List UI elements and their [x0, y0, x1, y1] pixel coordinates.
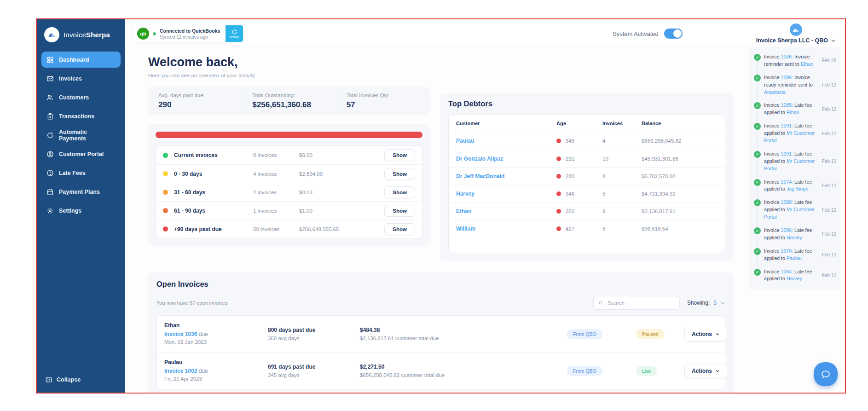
debtor-customer-link[interactable]: Harvey	[456, 191, 556, 197]
page-subtitle: Here you can see an overview of your act…	[148, 73, 734, 78]
show-button[interactable]: Show	[384, 168, 415, 180]
system-activated-toggle[interactable]	[664, 29, 683, 39]
invoice-number-link[interactable]: Invoice 1036	[164, 331, 197, 337]
actions-button[interactable]: Actions	[684, 364, 727, 378]
aging-row: 61 - 90 days 1 invoices $1.00 Show	[156, 201, 422, 220]
activity-feed-column: ✓ Invoice 1036: Invoice reminder sent to…	[744, 44, 845, 393]
stat-value: 57	[347, 100, 420, 110]
sidebar-item-late-fees[interactable]: Late Fees	[41, 165, 121, 181]
aging-invoice-count: 4 invoices	[253, 171, 299, 177]
show-button[interactable]: Show	[384, 149, 415, 161]
customer-total-due: $2,136,817.61 customer total due	[360, 336, 567, 341]
sidebar-item-settings[interactable]: Settings	[41, 203, 121, 219]
feed-invoice-number-link[interactable]: 1064:	[781, 269, 793, 274]
stat-label: Avg. days past due:	[158, 93, 231, 98]
feed-customer-link[interactable]: Harvey	[787, 235, 802, 240]
aging-summary-card: Current invoices 0 invoices $0.00 Show 0…	[148, 124, 430, 246]
feed-customer-link[interactable]: Jag Singh	[787, 186, 808, 191]
sidebar-collapse-button[interactable]: Collapse	[37, 369, 125, 393]
stats-bar: Avg. days past due: 290 Total Outstandin…	[148, 87, 430, 115]
feed-invoice-number-link[interactable]: 1088:	[781, 199, 793, 205]
actions-button[interactable]: Actions	[684, 327, 727, 342]
feed-customer-link[interactable]: Ethan	[801, 61, 814, 67]
aging-bucket-label: +90 days past due	[174, 226, 253, 232]
feed-invoice-number-link[interactable]: 1070:	[781, 248, 793, 254]
check-circle-icon: ✓	[754, 54, 761, 61]
sidebar-item-label: Payment Plans	[59, 189, 100, 195]
feed-customer-link[interactable]: Ethan	[787, 110, 799, 115]
sidebar-item-label: Late Fees	[59, 170, 86, 176]
chat-bubble-icon	[820, 369, 831, 380]
age-dot-icon	[556, 156, 561, 161]
list-item: ✓ Invoice 1036: Invoice reminder sent to…	[754, 53, 836, 68]
showing-select[interactable]	[720, 301, 725, 306]
debtor-invoice-count: 5	[602, 191, 642, 197]
customer-portal-icon	[46, 151, 54, 158]
feed-date: Feb 12	[822, 107, 836, 112]
invoice-customer-cell: Paulau Invoice 1002 due Fri, 21 Apr 2023	[164, 358, 268, 383]
check-circle-icon: ✓	[754, 269, 761, 276]
feed-invoice-number-link[interactable]: 1074:	[781, 179, 793, 185]
sidebar-item-customers[interactable]: Customers	[41, 89, 121, 105]
invoice-number-link[interactable]: Invoice 1002	[164, 368, 197, 374]
sidebar-item-payment-plans[interactable]: Payment Plans	[41, 184, 121, 200]
account-selector[interactable]: Invoice Sherpa LLC - QBO	[756, 23, 836, 44]
list-item: ✓ Invoice 1096: Invoice ready reminder s…	[754, 74, 836, 96]
age-dot-icon	[556, 174, 561, 179]
aging-row: 31 - 60 days 2 invoices $0.03 Show	[156, 183, 422, 201]
sidebar-item-label: Customers	[59, 94, 89, 101]
open-invoices-subtitle: You now have 57 open invoices	[156, 300, 593, 306]
feed-customer-link[interactable]: Harvey	[787, 276, 802, 281]
sidebar-item-invoices[interactable]: Invoices	[41, 70, 121, 87]
invoice-amount: $2,271.50	[360, 364, 567, 370]
check-circle-icon: ✓	[754, 199, 761, 206]
feed-invoice-number-link[interactable]: 1086:	[781, 227, 793, 233]
brand-name: InvoiceSherpa	[64, 31, 110, 39]
table-row: Paulau 345 4 $656,258,045.82	[449, 132, 725, 150]
debtor-customer-link[interactable]: Dr Gonzalo Alipaz	[456, 156, 556, 162]
feed-invoice-number-link[interactable]: 1036:	[781, 54, 793, 59]
feed-invoice-number-link[interactable]: 1096:	[781, 75, 793, 80]
feed-text: Invoice 1096: Invoice ready reminder sen…	[764, 74, 819, 96]
show-button[interactable]: Show	[384, 205, 415, 217]
due-word: due	[199, 331, 208, 337]
sync-button[interactable]: SYNC	[226, 25, 243, 42]
aging-status-dot-icon	[163, 190, 168, 195]
chat-launcher-button[interactable]	[814, 362, 838, 386]
sidebar-item-automatic-payments[interactable]: Automatic Payments	[41, 127, 121, 143]
check-circle-icon: ✓	[754, 248, 761, 255]
feed-text: Invoice 1064: Late fee applied to Harvey	[764, 268, 819, 283]
feed-customer-link[interactable]: Paulau	[787, 255, 802, 261]
list-item: ✓ Invoice 1088: Late fee applied to Mr C…	[754, 199, 836, 221]
open-invoices-toolbar: You now have 57 open invoices Showing: 5	[156, 296, 725, 310]
users-icon	[46, 94, 54, 101]
debtor-customer-link[interactable]: Dr Jeff MacDonald	[456, 173, 556, 179]
feed-invoice-number-link[interactable]: 1091:	[781, 151, 793, 156]
top-debtors-card: Top Debtors Customer Age Invoices Balanc…	[440, 93, 734, 261]
table-row: Ethan 350 9 $2,136,817.61	[449, 202, 725, 220]
feed-invoice-number-link[interactable]: 1085:	[781, 102, 793, 108]
sidebar-item-dashboard[interactable]: Dashboard	[41, 52, 121, 68]
table-row: Ethan Invoice 1036 due Mon, 02 Jan 2023 …	[157, 316, 725, 352]
invoice-aging-cell: 691 days past due 345 avg days	[268, 364, 360, 378]
feed-date: Feb 12	[822, 159, 836, 164]
show-button[interactable]: Show	[384, 186, 415, 198]
feed-invoice-number-link[interactable]: 1091:	[781, 123, 793, 128]
debtor-balance: $2,136,817.61	[642, 208, 718, 214]
debtor-customer-link[interactable]: Paulau	[456, 138, 556, 144]
debtor-customer-link[interactable]: Ethan	[456, 208, 556, 214]
dashboard-grid-icon	[46, 56, 54, 64]
aging-status-dot-icon	[163, 171, 168, 176]
search-input[interactable]	[607, 300, 674, 306]
show-button[interactable]: Show	[384, 223, 415, 235]
aging-progress-bar	[156, 132, 422, 138]
feed-word: Invoice	[764, 179, 780, 185]
sidebar-item-transactions[interactable]: $ Transactions	[41, 108, 121, 124]
left-column: Avg. days past due: 290 Total Outstandin…	[148, 87, 430, 246]
showing-label: Showing:	[687, 300, 710, 306]
aging-amount: $0.03	[299, 190, 384, 195]
feed-customer-link[interactable]: Anastasia	[764, 89, 786, 95]
mountain-logo-icon	[44, 27, 59, 42]
sidebar-item-customer-portal[interactable]: Customer Portal	[41, 146, 121, 162]
debtor-customer-link[interactable]: William	[456, 226, 556, 232]
